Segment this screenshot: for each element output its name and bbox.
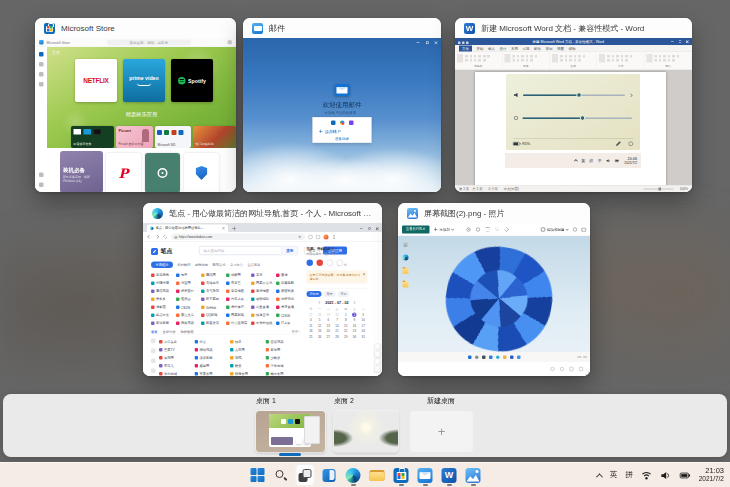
- site-link[interactable]: IT之家: [276, 319, 300, 327]
- more-menu-icon[interactable]: [334, 236, 335, 237]
- window-thumbnail-word[interactable]: 新建 Microsoft Word 文档 - 兼容性模式 - Word 新建 M…: [455, 18, 692, 192]
- category-link[interactable]: 学习办公: [226, 262, 244, 267]
- print-icon[interactable]: [582, 228, 587, 232]
- ribbon-tab-2[interactable]: 开始: [477, 46, 484, 51]
- rotate-icon[interactable]: [504, 226, 510, 232]
- site-link[interactable]: 什么值得买: [226, 319, 250, 327]
- site-link[interactable]: 中关村在线: [251, 319, 275, 327]
- forward-icon[interactable]: [155, 235, 160, 240]
- site-link[interactable]: 美团外卖: [276, 287, 300, 295]
- store-card-picsart[interactable]: PicsartPicsart 照片工作室: [116, 126, 153, 148]
- site-link[interactable]: 酷安: [230, 362, 265, 370]
- store-home-tab[interactable]: 主页: [52, 50, 60, 56]
- site-link[interactable]: 豆瓣电影: [276, 279, 300, 287]
- floating-toolbar[interactable]: [375, 344, 381, 373]
- view-all-photos-button[interactable]: 查看所有照片: [402, 225, 430, 233]
- search-button[interactable]: [272, 464, 291, 486]
- zoom-out-icon[interactable]: [476, 227, 480, 231]
- site-link[interactable]: 知乎: [176, 271, 200, 279]
- site-link[interactable]: 芒果TV: [159, 346, 194, 354]
- word-count[interactable]: 0 个字: [488, 187, 497, 192]
- site-link[interactable]: 戴尔官网: [266, 370, 301, 377]
- site-link[interactable]: 新华网: [266, 346, 301, 354]
- microsoft-store-button[interactable]: [392, 464, 411, 486]
- add-to-button[interactable]: 添加到: [434, 227, 454, 232]
- edge-button[interactable]: [344, 464, 363, 486]
- word-button[interactable]: [440, 464, 459, 486]
- store-avatar[interactable]: [227, 40, 232, 45]
- window-controls[interactable]: [355, 227, 382, 231]
- category-link[interactable]: 购物优惠: [191, 262, 209, 267]
- task-view-button[interactable]: [296, 464, 315, 486]
- filmstrip-icon[interactable]: [579, 367, 583, 371]
- site-link[interactable]: 华为商城: [159, 370, 194, 377]
- site-link[interactable]: 联想官网: [230, 370, 265, 377]
- site-link[interactable]: 唯品会: [176, 295, 200, 303]
- site-search-input[interactable]: 输入搜索内容搜索: [199, 246, 298, 255]
- desktop-2-thumbnail[interactable]: [334, 411, 398, 452]
- zoom-in-icon[interactable]: [560, 367, 564, 371]
- calendar-day[interactable]: 30: [350, 334, 359, 340]
- site-link[interactable]: 网易云音乐: [251, 279, 275, 287]
- ribbon-tab-9[interactable]: 视图: [557, 46, 564, 51]
- back-icon[interactable]: [147, 235, 152, 240]
- notice-close-icon[interactable]: [363, 273, 366, 276]
- minimize-icon[interactable]: [416, 41, 420, 45]
- ribbon-tab-7[interactable]: 邮件: [534, 46, 541, 51]
- store-search-box[interactable]: 搜索应用、游戏、电影等: [107, 39, 191, 45]
- site-link[interactable]: 小米商城: [266, 362, 301, 370]
- site-link[interactable]: 优酷网: [226, 271, 250, 279]
- favorite-heart-icon[interactable]: [495, 227, 499, 231]
- calendar-day[interactable]: 25: [307, 334, 316, 340]
- site-link[interactable]: 凤凰资讯: [201, 319, 225, 327]
- site-link[interactable]: 抖音: [195, 338, 230, 346]
- window-controls[interactable]: [411, 41, 438, 45]
- quick-action-circles[interactable]: [307, 260, 368, 267]
- site-link[interactable]: 央视网: [159, 354, 194, 362]
- next-month-icon[interactable]: [353, 301, 356, 304]
- site-link[interactable]: 高德地图: [251, 287, 275, 295]
- category-link[interactable]: 生活服务: [243, 262, 261, 267]
- tray-chevron-up-icon[interactable]: [596, 473, 603, 480]
- site-link[interactable]: 快递查询: [251, 311, 275, 319]
- ime-mode-pinyin[interactable]: 拼: [625, 470, 633, 480]
- zoom-level[interactable]: 100%: [680, 187, 688, 191]
- minimize-icon[interactable]: [360, 227, 364, 231]
- site-link[interactable]: 腾讯网: [201, 271, 225, 279]
- site-link[interactable]: 哔哩哔哩: [151, 279, 175, 287]
- pinterest-tile[interactable]: [106, 153, 141, 192]
- favorite-circle-icon[interactable]: [317, 260, 324, 267]
- empty-circle-icon[interactable]: [327, 260, 334, 267]
- photos-button[interactable]: [464, 464, 483, 486]
- refresh-icon[interactable]: [163, 235, 168, 240]
- site-link[interactable]: 百度地图: [226, 287, 250, 295]
- close-icon[interactable]: [686, 40, 690, 44]
- file-explorer-button[interactable]: [368, 464, 387, 486]
- site-link[interactable]: 新浪新闻: [151, 319, 175, 327]
- netflix-tile[interactable]: NETFLIX: [75, 59, 117, 102]
- site-link[interactable]: 前程无忧: [276, 295, 300, 303]
- site-link[interactable]: 搜狐视频: [176, 319, 200, 327]
- collections-icon[interactable]: [309, 235, 313, 239]
- new-desktop-button[interactable]: +: [410, 411, 473, 452]
- site-link[interactable]: 虎牙直播: [276, 303, 300, 311]
- zoom-in-icon[interactable]: [467, 227, 471, 231]
- site-link[interactable]: 博客园: [151, 303, 175, 311]
- edit-create-button[interactable]: 编辑和创建: [541, 227, 569, 232]
- site-link[interactable]: 天猫超市: [201, 279, 225, 287]
- site-link[interactable]: 西瓜视频: [266, 338, 301, 346]
- close-icon[interactable]: [434, 41, 438, 45]
- calendar-tab[interactable]: 黄历: [324, 291, 336, 297]
- section-tab[interactable]: 首页: [151, 330, 158, 335]
- calendar-day[interactable]: 27: [324, 334, 333, 340]
- speaker-icon[interactable]: [660, 470, 671, 481]
- site-link[interactable]: 威锋网: [195, 362, 230, 370]
- site-link[interactable]: 起点中文: [151, 311, 175, 319]
- calendar-day[interactable]: 2: [352, 313, 357, 318]
- store-card-games[interactable]: 热门游戏精选: [193, 126, 236, 148]
- favorite-star-icon[interactable]: [298, 235, 302, 239]
- site-link[interactable]: GitHub: [201, 303, 225, 311]
- shield-app-tile[interactable]: [184, 153, 219, 192]
- section-tab[interactable]: 全部分类: [163, 330, 176, 335]
- add-account-button[interactable]: 添加帐户: [313, 129, 371, 135]
